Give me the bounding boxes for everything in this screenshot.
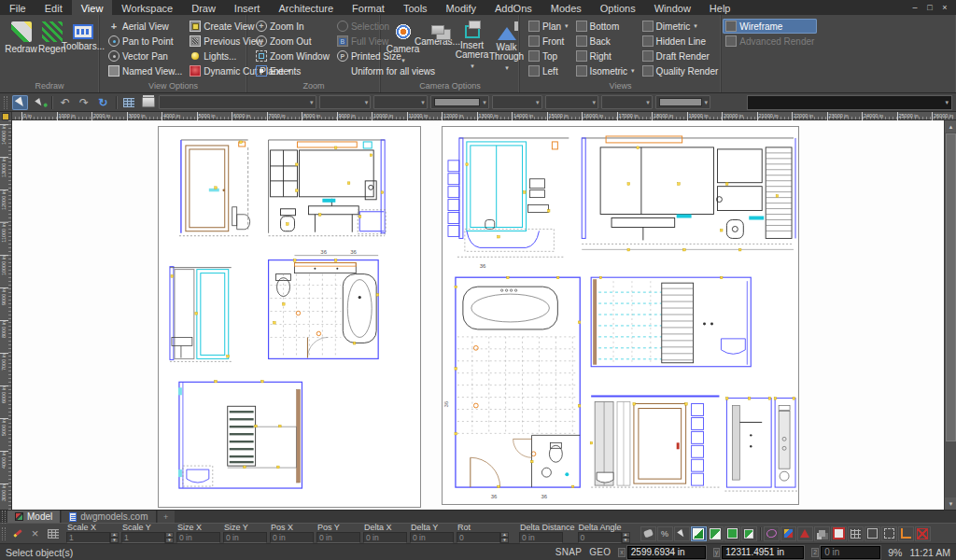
z-coordinate-field[interactable]: 0 in [821,546,880,559]
tabbar-grip[interactable] [2,511,6,524]
combo-7[interactable] [601,95,653,109]
ribbon-item-vector-pan[interactable]: Vector Pan [105,49,185,63]
menu-view[interactable]: View [72,0,113,15]
ribbon-item-plan[interactable]: Plan▾ [526,19,571,34]
ribbon-item-quality-render[interactable]: Quality Render [640,63,722,78]
field-input-delta-distance[interactable]: 0 in [519,532,563,543]
field-input-pos-x[interactable]: 0 in [270,532,314,543]
menu-edit[interactable]: Edit [35,0,72,15]
spin-down-button[interactable]: ▼ [622,538,630,543]
ribbon-item-dimetric[interactable]: Dimetric▾ [640,19,722,34]
menu-addons[interactable]: AddOns [485,0,541,15]
magic-wand-icon[interactable] [9,525,25,541]
ribbon-button-toolbars[interactable]: Toolbars... [67,19,98,80]
combo-2[interactable] [319,95,372,109]
sheet-tab-model[interactable]: Model [7,511,61,523]
drawing-sheet-2[interactable]: 36 [442,126,799,505]
menu-architecture[interactable]: Architecture [269,0,343,15]
ribbon-button-cameras[interactable]: Cameras... [421,19,454,80]
menu-tools[interactable]: Tools [394,0,437,15]
combo-5[interactable] [492,95,542,109]
field-input-delta-angle[interactable]: 0 [578,532,622,543]
ribbon-button-redraw[interactable]: Redraw [6,19,36,80]
print-style-button[interactable] [140,95,156,110]
spin-down-button[interactable]: ▼ [500,538,509,543]
selection-info-table-icon[interactable] [45,525,61,541]
y-coordinate-field[interactable]: 12311.4951 in [722,546,804,559]
vertical-scrollbar[interactable]: ▲ ▼ [944,120,956,510]
field-input-scale-x[interactable]: 1 [66,532,110,543]
zoom-cursor-fit-icon[interactable] [741,526,757,541]
pick-point-button[interactable] [31,95,47,110]
ribbon-item-zoom-window[interactable]: Zoom Window [253,49,332,63]
field-input-pos-y[interactable]: 0 in [316,532,360,543]
ribbon-item-back[interactable]: Back [573,34,638,49]
drawing-canvas[interactable]: 3636 [12,120,944,510]
edit-red-icon[interactable] [831,526,847,541]
snap-group-icon[interactable] [814,526,830,541]
x-coordinate-field[interactable]: 2599.6934 in [627,546,706,559]
ribbon-item-right[interactable]: Right [573,49,638,63]
ribbon-item-named-view[interactable]: Named View... [105,63,185,78]
lasso-select-icon[interactable] [764,526,780,541]
ribbon-button-walk-through[interactable]: Walk Through▾ [490,19,523,80]
pan-realtime-icon[interactable] [640,526,656,541]
ribbon-item-hidden-line[interactable]: Hidden Line [640,34,722,49]
menu-insert[interactable]: Insert [225,0,270,15]
scroll-up-button[interactable]: ▲ [945,120,956,133]
orbit-button[interactable] [95,95,111,110]
dim-a-icon[interactable] [865,526,880,541]
menu-file[interactable]: File [0,0,35,15]
ruler-origin-icon[interactable] [0,112,12,120]
ribbon-button-camera[interactable]: Camera▾ [387,19,419,80]
menu-format[interactable]: Format [343,0,394,15]
ribbon-item-aerial-view[interactable]: Aerial View [105,19,185,34]
ribbon-item-zoom-in[interactable]: Zoom In [253,19,332,34]
ribbon-item-isometric[interactable]: Isometric▾ [573,63,638,78]
spin-down-button[interactable]: ▼ [110,538,119,543]
vertical-ruler[interactable]: 14000 in13000 in12000 in11000 in10000 in… [0,120,12,510]
undo-button[interactable] [57,95,73,110]
ribbon-button-insert-camera[interactable]: Insert Camera▾ [456,19,488,80]
field-input-size-x[interactable]: 0 in [176,532,220,543]
color-combo[interactable] [430,95,489,109]
field-input-scale-y[interactable]: 1 [121,532,165,543]
corner-ortho-icon[interactable] [898,526,914,541]
ribbon-item-bottom[interactable]: Bottom [573,19,638,34]
minimize-icon[interactable]: – [907,2,922,14]
field-input-rot[interactable]: 0 [457,532,500,543]
sheet-tab-dwgmodels-com[interactable]: dwgmodels.com [62,511,156,523]
clear-selection-icon[interactable] [27,525,43,541]
new-sheet-tab-button[interactable]: + [158,511,175,523]
pick-cursor-icon[interactable] [674,526,690,541]
scroll-down-button[interactable]: ▼ [945,497,956,510]
redo-button[interactable] [76,95,91,110]
menu-options[interactable]: Options [591,0,645,15]
ribbon-item-left[interactable]: Left [526,63,571,78]
inspector-grip[interactable] [2,527,6,540]
menu-workspace[interactable]: Workspace [112,0,182,15]
close-icon[interactable]: × [937,2,952,14]
dim-b-icon[interactable] [881,526,897,541]
menu-window[interactable]: Window [645,0,700,15]
workplane-colors-icon[interactable] [780,526,796,541]
menu-modify[interactable]: Modify [437,0,485,15]
ribbon-item-zoom-out[interactable]: Zoom Out [253,34,332,49]
ribbon-item-extents[interactable]: Extents [253,63,332,78]
zoom-percent-icon[interactable] [657,526,673,541]
menu-help[interactable]: Help [700,0,740,15]
zoom-window-fit-icon[interactable] [691,526,707,541]
selection-info-combo[interactable] [747,95,952,110]
zoom-selection-fit-icon[interactable] [708,526,724,541]
grid-toggle-icon[interactable] [848,526,864,541]
horizontal-ruler[interactable]: 0 in1000 in2000 in3000 in4000 in5000 in6… [0,112,956,120]
linestyle-combo[interactable] [655,95,710,109]
field-input-delta-x[interactable]: 0 in [363,532,407,543]
scrollbar-thumb[interactable] [946,133,956,441]
ribbon-item-draft-render[interactable]: Draft Render [640,49,722,63]
cross-red-icon[interactable] [915,526,931,541]
menu-modes[interactable]: Modes [541,0,591,15]
table-button[interactable] [121,95,137,110]
zoom-extents-fit-icon[interactable] [724,526,740,541]
ribbon-item-pan-to-point[interactable]: Pan to Point [105,34,185,49]
